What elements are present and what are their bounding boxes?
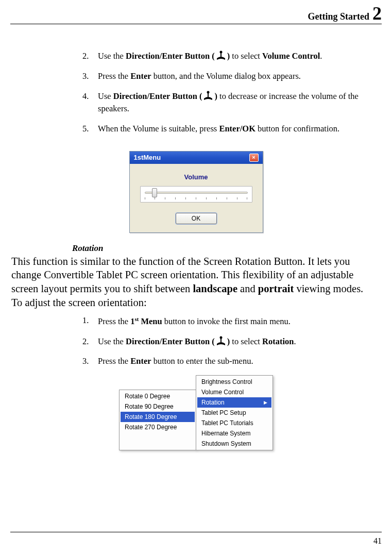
- item-number: 5.: [82, 123, 98, 136]
- list-item: 3. Press the Enter button, and the Volum…: [82, 70, 371, 83]
- menu-item-tablet-setup[interactable]: Tablet PC Setup: [197, 408, 271, 418]
- close-icon[interactable]: ×: [249, 154, 259, 162]
- slider-thumb[interactable]: [152, 188, 157, 197]
- svg-rect-1: [220, 53, 221, 57]
- menu-item-rotate-90[interactable]: Rotate 90 Degree: [121, 401, 195, 412]
- item-number: 4.: [82, 90, 98, 116]
- rotation-submenu: Rotate 0 Degree Rotate 90 Degree Rotate …: [119, 390, 196, 450]
- menu-item-brightness[interactable]: Brightness Control: [197, 377, 271, 387]
- svg-point-0: [219, 51, 222, 54]
- dialog-titlebar: 1stMenu ×: [130, 152, 263, 164]
- menu-item-rotation[interactable]: Rotation▶: [197, 397, 271, 408]
- list-item: 2. Use the Direction/Enter Button () to …: [82, 50, 371, 63]
- dialog-body: Volume OK: [130, 164, 263, 232]
- item-text: Press the Enter button, and the Volume d…: [98, 70, 371, 83]
- list-item: 1. Press the 1st Menu button to invoke t…: [82, 314, 371, 328]
- page-header: Getting Started 2: [10, 0, 382, 24]
- svg-point-2: [207, 91, 210, 93]
- rotation-description: This function is similar to the function…: [10, 255, 382, 315]
- list-item: 5. When the Volume is suitable, press En…: [82, 123, 371, 136]
- menu-item-volume-control[interactable]: Volume Control: [197, 387, 271, 397]
- item-text: Use the Direction/Enter Button () to sel…: [98, 50, 371, 63]
- item-number: 1.: [82, 314, 98, 328]
- page-footer: 41: [10, 532, 382, 546]
- svg-rect-5: [220, 339, 221, 342]
- menu-item-hibernate[interactable]: Hibernate System: [197, 428, 271, 439]
- item-number: 3.: [82, 355, 98, 368]
- list-item: 2. Use the Direction/Enter Button () to …: [82, 335, 371, 348]
- menu-item-shutdown[interactable]: Shutdown System: [197, 439, 271, 449]
- submenu-arrow-icon: ▶: [264, 400, 267, 405]
- item-number: 3.: [82, 70, 98, 83]
- dialog-volume-label: Volume: [137, 173, 255, 181]
- menu-item-rotate-0[interactable]: Rotate 0 Degree: [121, 391, 195, 401]
- direction-enter-icon: [215, 336, 227, 346]
- ok-button[interactable]: OK: [176, 213, 217, 224]
- item-text: Use Direction/Enter Button () to decreas…: [98, 90, 371, 116]
- svg-point-4: [219, 336, 222, 339]
- volume-slider[interactable]: [140, 186, 252, 203]
- header-title: Getting Started: [308, 11, 372, 22]
- volume-dialog-window: 1stMenu × Volume OK: [129, 151, 263, 233]
- item-number: 2.: [82, 50, 98, 63]
- item-number: 2.: [82, 335, 98, 348]
- item-text: Use the Direction/Enter Button () to sel…: [98, 335, 371, 348]
- list-item: 4. Use Direction/Enter Button () to decr…: [82, 90, 371, 116]
- dialog-title: 1stMenu: [134, 154, 161, 161]
- menu-item-tablet-tutorials[interactable]: Tablet PC Tutorials: [197, 418, 271, 428]
- main-menu: Brightness Control Volume Control Rotati…: [196, 375, 273, 450]
- item-text: Press the Enter button to enter the sub-…: [98, 355, 371, 368]
- steps-list-rotation: 1. Press the 1st Menu button to invoke t…: [10, 314, 382, 368]
- svg-rect-3: [208, 93, 209, 97]
- direction-enter-icon: [202, 91, 214, 101]
- rotation-subheading: Rotation: [72, 243, 382, 254]
- direction-enter-icon: [215, 51, 227, 61]
- list-item: 3. Press the Enter button to enter the s…: [82, 355, 371, 368]
- page-number: 41: [373, 536, 382, 545]
- menu-item-rotate-180[interactable]: Rotate 180 Degree: [121, 412, 195, 422]
- item-text: When the Volume is suitable, press Enter…: [98, 123, 371, 136]
- header-chapter-number: 2: [372, 4, 382, 23]
- menu-item-rotate-270[interactable]: Rotate 270 Degree: [121, 422, 195, 432]
- steps-list-volume: 2. Use the Direction/Enter Button () to …: [10, 50, 382, 136]
- volume-dialog-figure: 1stMenu × Volume OK: [10, 151, 382, 233]
- item-text: Press the 1st Menu button to invoke the …: [98, 314, 371, 328]
- rotation-menu-figure: Rotate 0 Degree Rotate 90 Degree Rotate …: [10, 375, 382, 450]
